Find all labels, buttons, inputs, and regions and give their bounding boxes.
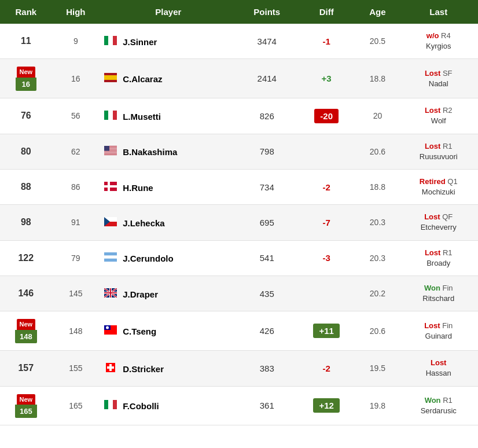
last-cell: Won R1 Serdarusic (399, 386, 478, 425)
flag-icon (104, 74, 117, 84)
last-opponent: Hassan (403, 368, 473, 379)
col-points: Points (237, 0, 297, 24)
player-cell: J.Cerundolo (100, 240, 237, 276)
last-cell: Lost SF Nadal (399, 59, 478, 98)
points-cell: 798 (237, 134, 297, 169)
last-round: R1 (443, 396, 453, 405)
last-round: Q1 (447, 177, 457, 186)
svg-rect-14 (104, 154, 117, 155)
player-name: B.Nakashima (123, 147, 177, 157)
rank-cell: New 165 (0, 386, 52, 425)
player-cell: J.Draper (100, 276, 237, 311)
last-result: Lost (425, 248, 440, 257)
last-result: Lost (425, 69, 440, 78)
last-round: Fin (442, 284, 453, 292)
rank-cell: 146 (0, 276, 52, 311)
col-high: High (52, 0, 100, 24)
player-name: D.Stricker (123, 364, 164, 374)
last-result: Lost (425, 106, 440, 115)
new-badge: New 148 (15, 319, 37, 343)
player-name: F.Cobolli (123, 401, 159, 411)
player-name: H.Rune (123, 183, 153, 193)
flag-icon (104, 112, 117, 122)
table-row: 11 9 J.Sinner 3474 -1 20.5 w/o R4 Kyrgio… (0, 24, 478, 59)
diff-cell: -3 (297, 240, 356, 276)
svg-rect-12 (104, 151, 117, 152)
age-cell: 20.5 (356, 24, 399, 59)
table-row: New 148 148 C.Tseng 426 +11 20.6 Lost Fi… (0, 311, 478, 351)
last-opponent: Kyrgios (403, 41, 473, 52)
flag-icon (104, 147, 117, 157)
rank-cell: 11 (0, 24, 52, 59)
player-name: L.Musetti (123, 112, 161, 122)
points-cell: 435 (237, 276, 297, 311)
table-row: 122 79 J.Cerundolo 541 -3 20.3 Lost R1 B… (0, 240, 478, 276)
player-cell: D.Stricker (100, 351, 237, 386)
age-cell: 18.8 (356, 169, 399, 204)
points-cell: 2414 (237, 59, 297, 98)
svg-rect-2 (113, 36, 117, 45)
last-cell: Lost QF Etcheverry (399, 205, 478, 240)
table-row: 88 86 H.Rune 734 -2 18.8 Retired Q1 Moch… (0, 169, 478, 204)
svg-rect-41 (113, 400, 117, 409)
diff-value: -3 (322, 253, 330, 263)
player-name: C.Alcaraz (123, 74, 162, 84)
age-cell: 20.2 (356, 276, 399, 311)
svg-rect-13 (104, 152, 117, 153)
last-cell: Lost Fin Guinard (399, 311, 478, 351)
rankings-table: Rank High Player Points Diff Age Last 11… (0, 0, 478, 425)
player-cell: H.Rune (100, 169, 237, 204)
age-cell: 20.3 (356, 205, 399, 240)
high-cell: 145 (52, 276, 100, 311)
flag-icon (104, 37, 117, 47)
rank-cell: New 16 (0, 59, 52, 98)
flag-icon (104, 254, 117, 263)
svg-rect-32 (104, 292, 117, 293)
diff-cell (297, 134, 356, 169)
last-result: Lost (425, 142, 440, 150)
last-opponent: Wolf (403, 116, 473, 126)
svg-rect-39 (104, 400, 108, 409)
last-opponent: Serdarusic (403, 406, 473, 416)
col-diff: Diff (297, 0, 356, 24)
rank-cell: 98 (0, 205, 52, 240)
player-cell: J.Lehecka (100, 205, 237, 240)
age-cell: 20.6 (356, 134, 399, 169)
diff-cell: -2 (297, 169, 356, 204)
last-opponent: Mochizuki (403, 187, 473, 197)
points-cell: 826 (237, 98, 297, 134)
last-opponent: Guinard (403, 331, 473, 341)
flag-icon (104, 326, 117, 336)
svg-rect-4 (104, 75, 117, 80)
player-name: C.Tseng (123, 326, 156, 336)
last-cell: Lost R2 Wolf (399, 98, 478, 134)
points-cell: 541 (237, 240, 297, 276)
high-cell: 62 (52, 134, 100, 169)
diff-cell: -7 (297, 205, 356, 240)
diff-cell: +12 (297, 386, 356, 425)
player-cell: F.Cobolli (100, 386, 237, 425)
rank-value: 122 (18, 253, 34, 263)
svg-rect-15 (104, 146, 109, 151)
last-opponent: Ritschard (403, 293, 473, 304)
rank-cell: New 148 (0, 311, 52, 351)
last-cell: Lost R1 Broady (399, 240, 478, 276)
high-cell: 148 (52, 311, 100, 351)
high-cell: 165 (52, 386, 100, 425)
rank-cell: 80 (0, 134, 52, 169)
high-cell: 56 (52, 98, 100, 134)
last-cell: Retired Q1 Mochizuki (399, 169, 478, 204)
svg-rect-23 (104, 256, 117, 259)
table-row: New 165 165 F.Cobolli 361 +12 19.8 Won R… (0, 386, 478, 425)
rank-value: 76 (21, 111, 31, 120)
player-name: J.Sinner (123, 37, 157, 47)
flag-icon (104, 289, 117, 299)
last-result: Lost (424, 212, 440, 221)
svg-rect-18 (104, 185, 117, 188)
rank-cell: 122 (0, 240, 52, 276)
table-row: 80 62 B.Nakashima 798 20.6 Lost R1 Ruusu… (0, 134, 478, 169)
svg-rect-6 (108, 111, 113, 120)
rank-value: 88 (21, 182, 31, 192)
flag-icon (104, 401, 117, 411)
high-cell: 16 (52, 59, 100, 98)
